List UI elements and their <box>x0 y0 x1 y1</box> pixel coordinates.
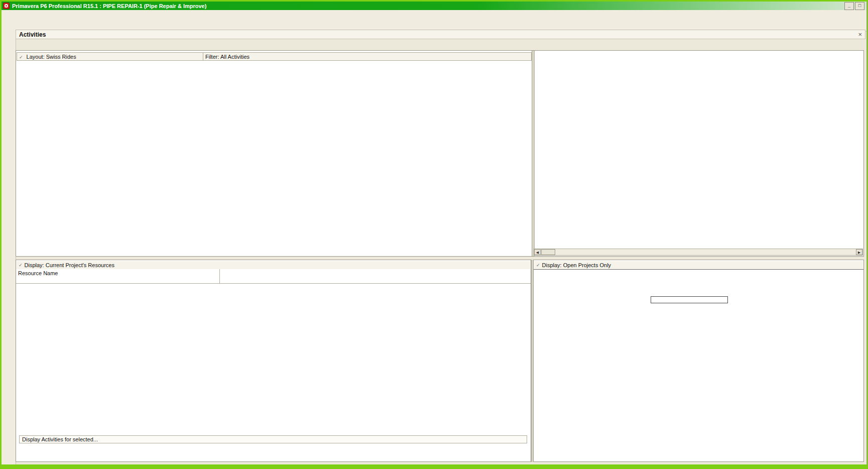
left-toolbar <box>2 31 16 464</box>
panel-header: Activities × <box>16 30 865 39</box>
resources-display-label: Display: Current Project's Resources <box>25 262 114 268</box>
scroll-left-icon[interactable]: ◀ <box>534 249 541 255</box>
resource-name-column-header[interactable]: Resource Name <box>16 269 531 284</box>
histogram-timescale <box>534 446 863 461</box>
histogram-plot <box>534 269 863 446</box>
scrollbar-thumb[interactable] <box>541 249 555 255</box>
close-icon[interactable]: × <box>858 31 862 38</box>
restore-button[interactable]: □ <box>855 2 864 10</box>
title-bar[interactable]: Primavera P6 Professional R15.1 : PIPE R… <box>2 2 866 10</box>
chevron-down-icon: ✓ <box>19 55 23 60</box>
chevron-down-icon: ✓ <box>536 263 540 268</box>
window-title: Primavera P6 Professional R15.1 : PIPE R… <box>12 3 206 9</box>
minimize-button[interactable]: _ <box>844 2 854 10</box>
gantt-hscrollbar[interactable]: ◀ ▶ <box>534 249 863 256</box>
scroll-right-icon[interactable]: ▶ <box>856 249 862 255</box>
application-window: Primavera P6 Professional R15.1 : PIPE R… <box>2 2 867 464</box>
layout-name: Layout: Swiss Rides <box>27 54 76 60</box>
activities-pane: ✓ Layout: Swiss Rides Filter: All Activi… <box>16 50 864 257</box>
gantt-chart <box>534 76 863 227</box>
usage-histogram-pane: ✓ Display: Open Projects Only <box>533 260 864 462</box>
gantt-timescale <box>534 61 863 76</box>
histogram-display-bar[interactable]: ✓ Display: Open Projects Only <box>534 261 863 270</box>
panel-title: Activities <box>19 31 46 38</box>
bottom-pane: ✓ Display: Current Project's Resources R… <box>16 260 864 462</box>
resources-display-bar[interactable]: ✓ Display: Current Project's Resources <box>17 261 530 270</box>
histogram-display-label: Display: Open Projects Only <box>542 262 611 268</box>
resources-pane: ✓ Display: Current Project's Resources R… <box>16 260 531 462</box>
column-divider[interactable] <box>219 269 220 284</box>
layout-options-bar[interactable]: ✓ Layout: Swiss Rides Filter: All Activi… <box>17 52 532 61</box>
display-activities-label: Display Activities for selected... <box>19 435 527 443</box>
histogram-legend <box>651 296 728 303</box>
chevron-down-icon: ✓ <box>19 263 23 268</box>
filter-label: Filter: All Activities <box>203 53 531 60</box>
menu-bar <box>2 10 866 20</box>
app-icon <box>3 3 10 9</box>
tab-bar <box>16 39 865 50</box>
